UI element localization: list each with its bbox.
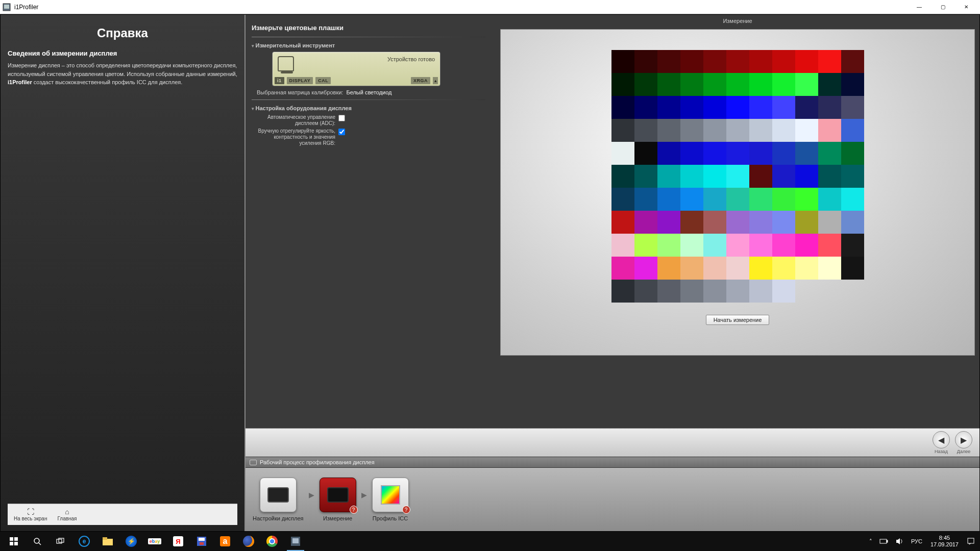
window-maximize-button[interactable]: ▢ [931, 0, 954, 14]
adc-checkbox[interactable] [338, 115, 345, 121]
color-patch [795, 50, 818, 73]
color-patch [680, 73, 703, 96]
workflow-step-label: Настройки дисплея [253, 515, 304, 521]
taskbar-app-i1profiler[interactable] [284, 532, 307, 551]
workflow-arrow-icon: ▶ [307, 491, 316, 499]
color-patch [841, 257, 864, 280]
color-patch [611, 96, 634, 119]
color-patch [772, 96, 795, 119]
color-patch [749, 50, 772, 73]
taskbar-app-chrome[interactable] [260, 532, 284, 551]
workflow-title: Рабочий процесс профилирования дисплея [260, 459, 375, 465]
svg-line-7 [39, 543, 41, 545]
color-patch [703, 211, 726, 234]
taskbar-app-yandex[interactable]: Я [166, 532, 190, 551]
color-patch [749, 211, 772, 234]
color-patch [634, 142, 657, 165]
back-button[interactable]: ◀ Назад [933, 431, 950, 454]
preview-title: Измерение [723, 18, 752, 24]
taskbar-app-ebay[interactable]: ebay [143, 532, 166, 551]
color-patch [749, 119, 772, 142]
color-patch [680, 257, 703, 280]
instrument-section-header[interactable]: Измерительный инструмент [252, 42, 485, 48]
color-patch [703, 280, 726, 303]
window-minimize-button[interactable]: — [908, 0, 931, 14]
help-body-bold: i1Profiler [8, 79, 32, 85]
home-button[interactable]: ⌂ Главная [57, 508, 77, 521]
alert-badge-icon: ? [402, 506, 410, 514]
svg-rect-17 [880, 539, 887, 543]
taskbar-app-thunderbolt[interactable]: ⚡ [119, 532, 143, 551]
color-patch [772, 119, 795, 142]
color-patch [818, 211, 841, 234]
start-measurement-button[interactable]: Начать измерение [706, 315, 770, 325]
tray-notifications-button[interactable] [964, 532, 978, 551]
color-patch [703, 50, 726, 73]
workflow-step-display-settings[interactable]: Настройки дисплея [253, 478, 304, 521]
color-patch [680, 211, 703, 234]
workflow-arrow-icon: ▶ [359, 491, 369, 499]
help-body: Измерение дисплея – это способ определен… [8, 61, 237, 87]
tray-overflow-button[interactable]: ˄ [866, 532, 875, 551]
next-button[interactable]: ▶ Далее [955, 431, 972, 454]
workflow-strip: Настройки дисплея ▶ ? Измерение ▶ ? Проф… [246, 468, 979, 531]
hardware-section-header[interactable]: Настройка оборудования дисплея [252, 105, 485, 111]
tray-clock[interactable]: 8:45 17.09.2017 [926, 535, 963, 548]
taskbar-app-firefox[interactable] [237, 532, 260, 551]
help-subtitle: Сведения об измерении дисплея [8, 49, 237, 57]
tray-battery-icon[interactable] [876, 532, 892, 551]
color-patch [611, 234, 634, 257]
color-patch [634, 188, 657, 211]
svg-rect-16 [292, 538, 299, 543]
color-patch [634, 119, 657, 142]
color-patch [841, 96, 864, 119]
color-patch [611, 257, 634, 280]
svg-rect-3 [14, 537, 18, 541]
svg-rect-11 [103, 537, 107, 540]
color-patch [703, 73, 726, 96]
taskbar-app-edge[interactable]: e [72, 532, 96, 551]
color-patch [634, 73, 657, 96]
badge-display: DISPLAY [287, 77, 313, 84]
color-patch [795, 188, 818, 211]
workflow-step-measurement[interactable]: ? Измерение [320, 478, 356, 521]
tray-language-indicator[interactable]: РУС [908, 532, 925, 551]
taskbar-app-orange[interactable]: a [213, 532, 237, 551]
color-patch [772, 73, 795, 96]
color-patch [772, 257, 795, 280]
taskbar-app-explorer[interactable] [96, 532, 119, 551]
task-view-button[interactable] [49, 532, 72, 551]
color-patch [726, 142, 749, 165]
color-patch [749, 142, 772, 165]
tray-volume-icon[interactable] [893, 532, 907, 551]
color-patch [634, 165, 657, 188]
svg-rect-1 [4, 5, 9, 9]
fullscreen-button[interactable]: ⛶ На весь экран [14, 508, 47, 521]
taskbar-app-save[interactable] [190, 532, 213, 551]
color-patch [703, 234, 726, 257]
color-patch [795, 142, 818, 165]
color-patch [703, 188, 726, 211]
color-patch [749, 165, 772, 188]
window-titlebar: i1Profiler — ▢ ✕ [0, 0, 980, 14]
color-patch [680, 96, 703, 119]
workflow-step-icc-profile[interactable]: ? Профиль ICC [372, 478, 409, 521]
color-patch [634, 211, 657, 234]
color-patch [749, 96, 772, 119]
svg-rect-14 [200, 542, 204, 545]
calibration-matrix-row: Выбранная матрица калибровки: Белый свет… [257, 89, 485, 95]
start-button[interactable] [2, 532, 26, 551]
color-patch [795, 165, 818, 188]
search-button[interactable] [26, 532, 49, 551]
color-patch [841, 142, 864, 165]
color-patch [634, 257, 657, 280]
color-patch [795, 234, 818, 257]
color-patch [680, 280, 703, 303]
color-patch [657, 257, 680, 280]
color-patch [841, 234, 864, 257]
window-close-button[interactable]: ✕ [954, 0, 978, 14]
color-patch [657, 211, 680, 234]
manual-checkbox[interactable] [338, 129, 345, 135]
page-heading: Измерьте цветовые плашки [252, 24, 485, 32]
color-patch [611, 73, 634, 96]
